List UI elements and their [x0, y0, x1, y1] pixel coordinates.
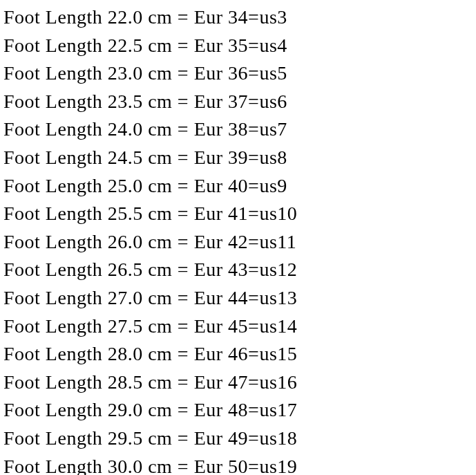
table-row: Foot Length 27.5 cm = Eur 45=us14 [3, 313, 473, 341]
table-row: Foot Length 26.0 cm = Eur 42=us11 [3, 228, 473, 257]
table-row: Foot Length 25.0 cm = Eur 40=us9 [3, 172, 473, 201]
table-row: Foot Length 25.5 cm = Eur 41=us10 [3, 200, 473, 228]
table-row: Foot Length 24.0 cm = Eur 38=us7 [3, 115, 473, 144]
size-chart: Foot Length 22.0 cm = Eur 34=us3 Foot Le… [3, 3, 473, 475]
table-row: Foot Length 23.5 cm = Eur 37=us6 [3, 88, 473, 116]
table-row: Foot Length 24.5 cm = Eur 39=us8 [3, 144, 473, 172]
table-row: Foot Length 29.0 cm = Eur 48=us17 [3, 396, 473, 425]
table-row: Foot Length 30.0 cm = Eur 50=us19 [3, 453, 473, 476]
table-row: Foot Length 29.5 cm = Eur 49=us18 [3, 425, 473, 453]
table-row: Foot Length 22.0 cm = Eur 34=us3 [3, 3, 473, 32]
table-row: Foot Length 28.0 cm = Eur 46=us15 [3, 340, 473, 369]
table-row: Foot Length 26.5 cm = Eur 43=us12 [3, 256, 473, 284]
table-row: Foot Length 27.0 cm = Eur 44=us13 [3, 284, 473, 313]
table-row: Foot Length 28.5 cm = Eur 47=us16 [3, 369, 473, 397]
table-row: Foot Length 22.5 cm = Eur 35=us4 [3, 32, 473, 60]
table-row: Foot Length 23.0 cm = Eur 36=us5 [3, 59, 473, 88]
